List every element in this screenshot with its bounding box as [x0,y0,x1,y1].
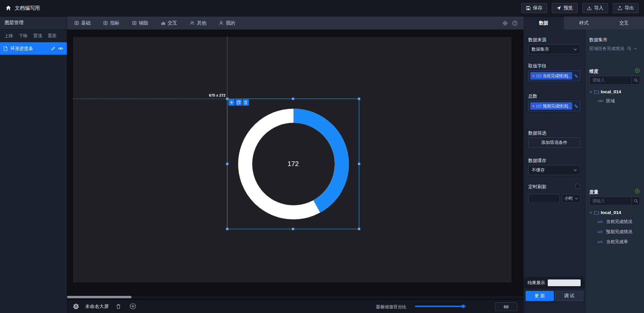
numeric-type-label: 123 [536,74,541,78]
zoom-value-input[interactable] [495,302,517,311]
chevron-down-icon [634,48,637,50]
preview-label: 预览 [564,5,573,11]
add-measure-icon[interactable] [635,189,640,194]
dimension-field-item[interactable]: ABC 区域 [589,98,640,104]
resize-handle-s[interactable] [292,228,294,230]
preview-button[interactable]: 预览 [552,3,578,13]
value-field-input[interactable]: × 123 当前完成情况[.. [528,70,580,81]
data-config-column: 数据来源 数据集市 取值字段 × 123 当前完成情况[.. 总数 × 123 … [524,30,585,313]
numeric-type-icon: 123 [597,230,604,233]
measure-field-item[interactable]: 123 当前完成率 [589,239,640,245]
delete-icon[interactable] [243,99,249,106]
tab-basic[interactable]: 基础 [74,20,91,26]
numeric-type-label: 123 [536,104,541,108]
copy-icon[interactable] [235,99,242,106]
debug-button[interactable]: 调 试 [555,291,583,301]
add-filter-button[interactable]: 添加筛选条件 [528,138,580,148]
tab-other-label: 其他 [197,20,206,26]
search-icon[interactable] [632,76,640,84]
measure-search-input[interactable] [590,199,632,203]
value-field-tag[interactable]: × 123 当前完成情况[.. [530,72,572,80]
zoom-slider[interactable] [415,306,466,307]
data-cache-label: 数据缓存 [528,158,580,164]
measure-tree-root[interactable]: local_014 [589,210,640,215]
rename-icon[interactable] [51,46,55,51]
import-button[interactable]: 导入 [582,3,608,13]
tab-interact[interactable]: 交互 [604,16,644,30]
link-icon[interactable] [574,104,578,108]
tab-auxiliary[interactable]: 辅助 [132,20,148,26]
dataset-selector[interactable]: 区域任务完成情况 与 [589,46,640,52]
tab-interaction[interactable]: 交互 [161,20,177,26]
add-screen-icon[interactable] [129,303,136,310]
total-field-tag[interactable]: × 123 预期完成情况[.. [530,102,572,110]
app-brand: 文档编写用 [5,5,40,11]
remove-tag-icon[interactable]: × [532,74,534,78]
update-button[interactable]: 更 新 [526,291,554,301]
dimension-tree-root[interactable]: local_014 [589,89,640,94]
bring-to-front-action[interactable]: 置顶 [33,33,42,39]
dimension-field-name: 区域 [606,98,615,104]
move-up-action[interactable]: 上移 [4,33,13,39]
data-cache-select[interactable]: 不缓存 [528,165,580,175]
measure-label: 度量 [589,190,598,195]
dimension-search-input[interactable] [590,78,632,83]
tab-mine[interactable]: 我的 [219,20,235,26]
add-icon[interactable] [228,99,235,106]
chevron-down-icon [575,198,578,200]
chevron-down-icon[interactable] [589,91,592,93]
dataset-name: 区域任务完成情况 [589,46,624,52]
send-to-back-action[interactable]: 置底 [48,33,56,39]
dimension-label: 维度 [589,69,598,74]
data-source-select[interactable]: 数据集市 [528,44,580,54]
save-button[interactable]: 保存 [521,3,547,13]
data-source-value: 数据集市 [532,46,549,52]
tab-other[interactable]: 其他 [190,20,206,26]
tab-data[interactable]: 数据 [524,16,564,30]
search-icon[interactable] [632,197,640,205]
link-icon[interactable] [574,74,578,78]
screen-name[interactable]: 未命名大屏 [85,300,109,313]
result-display-input[interactable] [548,279,581,286]
resize-handle-se[interactable] [358,228,360,230]
remove-tag-icon[interactable]: × [532,104,534,108]
bottombar: 未命名大屏 面板缩放百分比 [67,299,524,313]
import-label: 导入 [594,5,603,11]
export-button[interactable]: 导出 [613,3,639,13]
chevron-down-icon[interactable] [589,212,592,214]
tab-indicator-label: 指标 [110,20,119,26]
add-dimension-icon[interactable] [635,68,640,73]
target-icon[interactable] [502,20,508,26]
resize-handle-ne[interactable] [358,98,360,100]
resize-handle-w[interactable] [226,163,228,165]
measure-field-item[interactable]: 123 当前完成情况 [589,219,640,225]
tab-style[interactable]: 样式 [564,16,604,30]
settings-gear-icon[interactable] [72,303,79,310]
resize-handle-sw[interactable] [226,228,228,230]
measure-field-item[interactable]: 123 预期完成情况 [589,229,640,235]
dimension-search [589,76,640,85]
visibility-icon[interactable] [58,46,63,51]
measure-field-name: 当前完成情况 [606,219,632,225]
timed-refresh-checkbox[interactable] [575,184,580,189]
layer-name: 环形进度条 [10,46,48,52]
canvas-hscroll-track[interactable] [67,296,524,299]
home-icon[interactable] [5,5,11,11]
refresh-interval-input[interactable] [528,194,560,203]
tab-indicator[interactable]: 指标 [103,20,119,26]
total-field-input[interactable]: × 123 预期完成情况[.. [528,101,580,111]
move-down-action[interactable]: 下移 [19,33,28,39]
zoom-slider-knob[interactable] [462,305,465,308]
numeric-type-icon: 123 [597,240,604,244]
help-icon[interactable]: ? [512,20,518,26]
canvas-hscroll-thumb[interactable] [67,296,131,298]
refresh-unit-select[interactable]: 小时 [562,194,581,203]
export-icon [618,6,622,10]
layer-item-ring-progress[interactable]: 环形进度条 [0,42,67,55]
selected-widget-ring-progress[interactable]: 172 [227,99,359,229]
resize-handle-nw[interactable] [226,98,228,100]
resize-handle-e[interactable] [358,163,360,165]
export-label: 导出 [625,5,634,11]
delete-screen-icon[interactable] [116,304,121,309]
resize-handle-n[interactable] [292,98,294,100]
